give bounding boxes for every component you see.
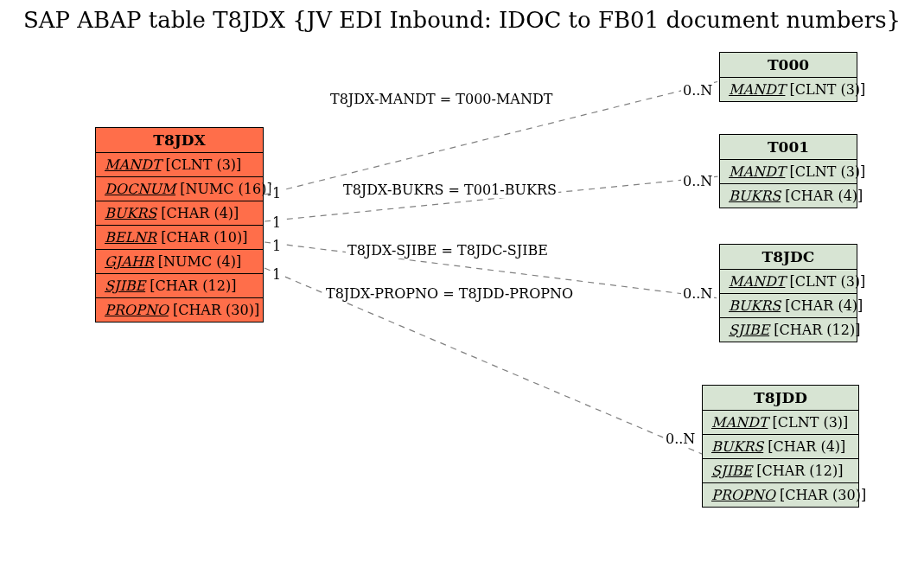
table-row: BUKRS [CHAR (4)] bbox=[96, 201, 263, 226]
edge-label: T8JDX-SJIBE = T8JDC-SJIBE bbox=[346, 242, 550, 259]
table-row: MANDT [CLNT (3)] bbox=[720, 270, 857, 294]
cardinality-dst: 0..N bbox=[681, 285, 714, 302]
page-title: SAP ABAP table T8JDX {JV EDI Inbound: ID… bbox=[0, 7, 924, 33]
table-row: PROPNO [CHAR (30)] bbox=[96, 298, 263, 322]
table-row: BUKRS [CHAR (4)] bbox=[720, 184, 857, 208]
table-row: BUKRS [CHAR (4)] bbox=[703, 435, 858, 459]
table-row: MANDT [CLNT (3)] bbox=[703, 411, 858, 435]
table-header: T000 bbox=[720, 53, 857, 78]
table-row: MANDT [CLNT (3)] bbox=[720, 78, 857, 101]
table-header: T001 bbox=[720, 135, 857, 160]
cardinality-dst: 0..N bbox=[681, 82, 714, 99]
table-row: SJIBE [CHAR (12)] bbox=[703, 459, 858, 483]
table-row: MANDT [CLNT (3)] bbox=[720, 160, 857, 184]
table-row: DOCNUM [NUMC (16)] bbox=[96, 177, 263, 201]
edge-label: T8JDX-PROPNO = T8JDD-PROPNO bbox=[324, 285, 575, 302]
table-header: T8JDC bbox=[720, 245, 857, 270]
table-header: T8JDX bbox=[96, 128, 263, 153]
table-row: MANDT [CLNT (3)] bbox=[96, 153, 263, 177]
table-t001: T001 MANDT [CLNT (3)] BUKRS [CHAR (4)] bbox=[719, 134, 857, 208]
table-t8jdc: T8JDC MANDT [CLNT (3)] BUKRS [CHAR (4)] … bbox=[719, 244, 857, 342]
cardinality-src: 1 bbox=[271, 266, 283, 283]
cardinality-src: 1 bbox=[271, 214, 283, 231]
table-row: SJIBE [CHAR (12)] bbox=[720, 318, 857, 342]
table-row: GJAHR [NUMC (4)] bbox=[96, 250, 263, 274]
table-t8jdd: T8JDD MANDT [CLNT (3)] BUKRS [CHAR (4)] … bbox=[702, 385, 859, 508]
table-header: T8JDD bbox=[703, 386, 858, 411]
edge-label: T8JDX-BUKRS = T001-BUKRS bbox=[341, 182, 558, 198]
cardinality-src: 1 bbox=[271, 185, 283, 201]
table-row: SJIBE [CHAR (12)] bbox=[96, 274, 263, 298]
table-t8jdx: T8JDX MANDT [CLNT (3)] DOCNUM [NUMC (16)… bbox=[95, 127, 264, 323]
edge-label: T8JDX-MANDT = T000-MANDT bbox=[328, 91, 554, 107]
table-row: BELNR [CHAR (10)] bbox=[96, 226, 263, 250]
cardinality-dst: 0..N bbox=[664, 431, 697, 447]
table-t000: T000 MANDT [CLNT (3)] bbox=[719, 52, 857, 102]
table-row: PROPNO [CHAR (30)] bbox=[703, 483, 858, 507]
cardinality-src: 1 bbox=[271, 238, 283, 254]
cardinality-dst: 0..N bbox=[681, 173, 714, 189]
table-row: BUKRS [CHAR (4)] bbox=[720, 294, 857, 318]
